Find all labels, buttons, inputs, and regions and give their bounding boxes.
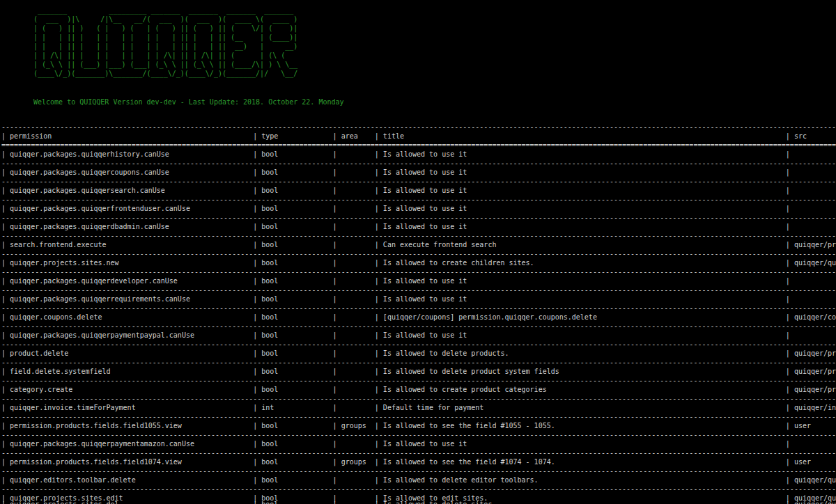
table-row: | search.frontend.execute | bool | | Can… bbox=[1, 240, 836, 249]
table-row: | permission.products.fields.field1055.v… bbox=[1, 421, 836, 430]
table-separator: ----------------------------------------… bbox=[1, 358, 836, 367]
table-separator: ----------------------------------------… bbox=[1, 394, 836, 403]
table-row: | quiqqer.packages.quiqqerdeveloper.canU… bbox=[1, 276, 836, 285]
quiqqer-ascii-logo: _______ _________ _______ _______ ______… bbox=[33, 6, 297, 78]
table-separator: ----------------------------------------… bbox=[1, 304, 836, 313]
permissions-table: ----------------------------------------… bbox=[1, 123, 836, 504]
table-separator: ----------------------------------------… bbox=[1, 123, 836, 132]
table-row: | quiqqer.packages.quiqqersearch.canUse … bbox=[1, 186, 836, 195]
table-separator: ----------------------------------------… bbox=[1, 322, 836, 331]
table-separator: ----------------------------------------… bbox=[1, 159, 836, 168]
table-row: | quiqqer.packages.quiqqerpaymentamazon.… bbox=[1, 439, 836, 448]
table-row: | category.create | bool | | Is allowed … bbox=[1, 385, 836, 394]
table-row: | quiqqer.packages.quiqqerdbadmin.canUse… bbox=[1, 222, 836, 231]
table-row: | product.delete | bool | | Is allowed t… bbox=[1, 349, 836, 358]
terminal-screen: _______ _________ _______ _______ ______… bbox=[0, 0, 836, 504]
table-separator: ----------------------------------------… bbox=[1, 485, 836, 494]
table-separator: ----------------------------------------… bbox=[1, 195, 836, 204]
table-separator: ----------------------------------------… bbox=[1, 213, 836, 222]
table-separator: ----------------------------------------… bbox=[1, 285, 836, 294]
table-header-row: | permission | type | area | title | src bbox=[1, 132, 836, 141]
table-row: | quiqqer.packages.quiqqerpaymentpaypal.… bbox=[1, 331, 836, 340]
table-separator: ----------------------------------------… bbox=[1, 466, 836, 475]
table-row: | quiqqer.projects.sites.new | bool | | … bbox=[1, 258, 836, 267]
table-row: | permission.products.fields.field1074.v… bbox=[1, 457, 836, 466]
table-row: | quiqqer.packages.quiqqerfrontenduser.c… bbox=[1, 204, 836, 213]
table-separator: ----------------------------------------… bbox=[1, 340, 836, 349]
table-separator: ----------------------------------------… bbox=[1, 231, 836, 240]
table-separator: ----------------------------------------… bbox=[1, 430, 836, 439]
welcome-message: Welcome to QUIQQER Version dev-dev - Las… bbox=[33, 97, 344, 107]
table-row-clipped: | quiqqer.projects.sites.del | bool | | … bbox=[1, 500, 836, 504]
table-header-separator: ========================================… bbox=[1, 141, 836, 150]
table-separator: ----------------------------------------… bbox=[1, 249, 836, 258]
table-row: | quiqqer.coupons.delete | bool | | [qui… bbox=[1, 313, 836, 322]
table-row: | quiqqer.packages.quiqqerhistory.canUse… bbox=[1, 150, 836, 159]
table-row: | quiqqer.packages.quiqqerrequirements.c… bbox=[1, 294, 836, 304]
table-separator: ----------------------------------------… bbox=[1, 412, 836, 421]
clipped-partial-row: | quiqqer.projects.sites.del | bool | | … bbox=[1, 500, 836, 504]
table-row: | quiqqer.invoice.timeForPayment | int |… bbox=[1, 403, 836, 412]
table-row: | field.delete.systemfield | bool | | Is… bbox=[1, 367, 836, 376]
table-separator: ----------------------------------------… bbox=[1, 376, 836, 385]
table-separator: ----------------------------------------… bbox=[1, 448, 836, 457]
table-separator: ----------------------------------------… bbox=[1, 177, 836, 186]
table-row: | quiqqer.editors.toolbar.delete | bool … bbox=[1, 475, 836, 485]
table-row: | quiqqer.packages.quiqqercoupons.canUse… bbox=[1, 168, 836, 177]
table-separator: ----------------------------------------… bbox=[1, 267, 836, 276]
